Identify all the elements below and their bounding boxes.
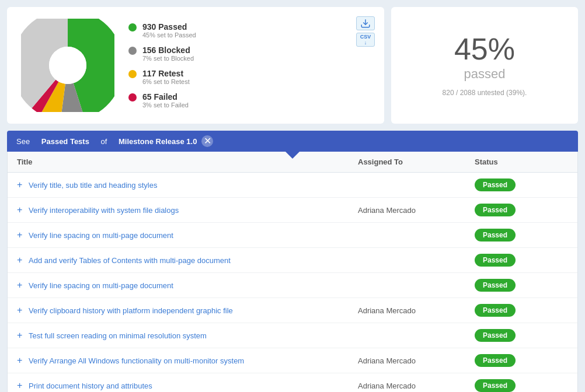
status-badge: Passed xyxy=(475,178,516,191)
test-title-link[interactable]: Verify title, sub title and heading styl… xyxy=(29,181,157,190)
status-cell: Passed xyxy=(475,204,568,216)
status-cell: Passed xyxy=(475,178,568,191)
table-row: + Print document history and attributes … xyxy=(8,373,577,392)
test-title-link[interactable]: Add and verify Tables of Contents with m… xyxy=(29,256,231,265)
test-title-link[interactable]: Verify line spacing on multi-page docume… xyxy=(29,281,173,290)
status-badge: Passed xyxy=(475,254,516,267)
expand-button[interactable]: + xyxy=(17,281,24,290)
untested-info: 820 / 2088 untested (39%). xyxy=(443,89,527,97)
filter-arrow xyxy=(285,152,300,159)
retest-dot xyxy=(128,70,137,78)
expand-button[interactable]: + xyxy=(17,230,24,240)
percent-value: 45% xyxy=(454,34,515,64)
expand-button[interactable]: + xyxy=(17,306,24,315)
blocked-sub: 7% set to Blocked xyxy=(142,55,194,62)
retest-sub: 6% set to Retest xyxy=(142,78,190,85)
table-row: + Test full screen reading on minimal re… xyxy=(8,323,577,348)
expand-button[interactable]: + xyxy=(17,356,24,365)
export-buttons: CSV↓ xyxy=(356,16,375,47)
legend-failed: 65 Failed 3% set to Failed xyxy=(128,92,196,108)
status-cell: Passed xyxy=(475,354,568,367)
status-badge: Passed xyxy=(475,229,516,242)
table-row: + Add and verify Tables of Contents with… xyxy=(8,248,577,273)
expand-button[interactable]: + xyxy=(17,331,24,340)
expand-button[interactable]: + xyxy=(17,256,24,265)
status-cell: Passed xyxy=(475,304,568,317)
svg-point-5 xyxy=(49,47,86,84)
row-title-cell: + Add and verify Tables of Contents with… xyxy=(17,256,358,265)
table-body: + Verify title, sub title and heading st… xyxy=(8,173,577,392)
assigned-to-cell: Adriana Mercado xyxy=(358,382,475,390)
test-title-link[interactable]: Verify clipboard history with platform i… xyxy=(29,306,233,315)
row-title-cell: + Verify title, sub title and heading st… xyxy=(17,180,358,190)
assigned-to-cell: Adriana Mercado xyxy=(358,306,475,315)
test-title-link[interactable]: Verify line spacing on multi-page docume… xyxy=(29,231,173,240)
filter-middle: of xyxy=(101,137,107,146)
status-badge: Passed xyxy=(475,204,516,216)
blocked-dot xyxy=(128,47,137,55)
legend-retest: 117 Retest 6% set to Retest xyxy=(128,69,196,85)
filter-bar: See Passed Tests of Milestone Release 1.… xyxy=(7,131,578,152)
row-title-cell: + Verify Arrange All Windows functionali… xyxy=(17,356,358,365)
filter-close-button[interactable]: ✕ xyxy=(201,135,213,147)
export-png-button[interactable] xyxy=(356,16,375,30)
status-badge: Passed xyxy=(475,379,516,392)
status-badge: Passed xyxy=(475,279,516,292)
percent-label: passed xyxy=(464,66,506,82)
row-title-cell: + Test full screen reading on minimal re… xyxy=(17,331,358,340)
results-table: Title Assigned To Status + Verify title,… xyxy=(7,152,578,392)
failed-count: 65 Failed xyxy=(142,92,189,102)
row-title-cell: + Verify clipboard history with platform… xyxy=(17,306,358,315)
row-title-cell: + Verify interoperability with system fi… xyxy=(17,205,358,215)
top-section: 930 Passed 45% set to Passed 156 Blocked… xyxy=(0,0,585,131)
col-title: Title xyxy=(17,158,358,166)
filter-highlight: Passed Tests xyxy=(41,137,89,146)
test-title-link[interactable]: Print document history and attributes xyxy=(29,382,152,390)
filter-milestone: Milestone Release 1.0 xyxy=(119,137,197,146)
status-cell: Passed xyxy=(475,379,568,392)
export-csv-button[interactable]: CSV↓ xyxy=(356,33,375,47)
expand-button[interactable]: + xyxy=(17,180,24,190)
assigned-to-cell: Adriana Mercado xyxy=(358,356,475,365)
test-title-link[interactable]: Test full screen reading on minimal reso… xyxy=(29,331,207,340)
passed-count: 930 Passed xyxy=(142,22,196,32)
failed-dot xyxy=(128,93,137,102)
table-row: + Verify interoperability with system fi… xyxy=(8,198,577,223)
status-cell: Passed xyxy=(475,254,568,267)
failed-sub: 3% set to Failed xyxy=(142,102,189,108)
legend-blocked: 156 Blocked 7% set to Blocked xyxy=(128,46,196,62)
test-title-link[interactable]: Verify Arrange All Windows functionality… xyxy=(29,356,244,365)
table-row: + Verify Arrange All Windows functionali… xyxy=(8,348,577,373)
row-title-cell: + Verify line spacing on multi-page docu… xyxy=(17,281,358,290)
table-row: + Verify clipboard history with platform… xyxy=(8,298,577,323)
col-assigned: Assigned To xyxy=(358,158,475,166)
status-badge: Passed xyxy=(475,304,516,317)
table-row: + Verify title, sub title and heading st… xyxy=(8,173,577,198)
stats-card: 45% passed 820 / 2088 untested (39%). xyxy=(391,7,578,124)
test-title-link[interactable]: Verify interoperability with system file… xyxy=(29,206,179,215)
legend-passed: 930 Passed 45% set to Passed xyxy=(128,22,196,38)
table-row: + Verify line spacing on multi-page docu… xyxy=(8,273,577,298)
assigned-to-cell: Adriana Mercado xyxy=(358,206,475,215)
passed-sub: 45% set to Passed xyxy=(142,32,196,38)
passed-dot xyxy=(128,23,137,32)
status-cell: Passed xyxy=(475,279,568,292)
table-row: + Verify line spacing on multi-page docu… xyxy=(8,223,577,248)
blocked-count: 156 Blocked xyxy=(142,46,194,55)
filter-prefix: See xyxy=(16,137,30,146)
chart-legend: 930 Passed 45% set to Passed 156 Blocked… xyxy=(128,22,196,108)
retest-count: 117 Retest xyxy=(142,69,190,78)
status-badge: Passed xyxy=(475,329,516,342)
expand-button[interactable]: + xyxy=(17,205,24,215)
status-cell: Passed xyxy=(475,329,568,342)
status-badge: Passed xyxy=(475,354,516,367)
pie-chart xyxy=(21,19,114,112)
expand-button[interactable]: + xyxy=(17,381,24,390)
status-cell: Passed xyxy=(475,229,568,242)
row-title-cell: + Print document history and attributes xyxy=(17,381,358,390)
row-title-cell: + Verify line spacing on multi-page docu… xyxy=(17,230,358,240)
col-status: Status xyxy=(475,158,568,166)
chart-card: 930 Passed 45% set to Passed 156 Blocked… xyxy=(7,7,384,124)
